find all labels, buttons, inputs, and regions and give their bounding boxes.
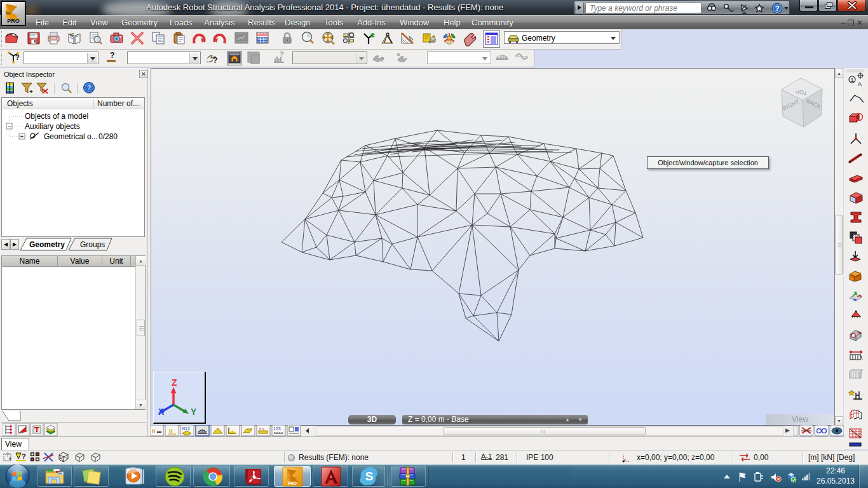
svg-text:N12: N12 — [182, 426, 190, 431]
svg-text:?: ? — [87, 84, 92, 92]
svg-text:?: ? — [22, 452, 26, 460]
svg-text:Geometry: Geometry — [29, 240, 65, 249]
svg-text:Y: Y — [191, 407, 197, 417]
svg-text:Z: Z — [172, 377, 177, 388]
svg-text:?: ? — [15, 53, 20, 61]
svg-text:?: ? — [110, 51, 114, 60]
svg-text:PRO: PRO — [288, 481, 297, 485]
svg-text:123: 123 — [273, 426, 281, 431]
svg-text:S: S — [365, 470, 374, 483]
svg-text:Groups: Groups — [80, 240, 105, 249]
svg-text:1: 1 — [851, 77, 854, 83]
svg-text:?: ? — [380, 56, 384, 64]
svg-text:?: ? — [280, 50, 284, 58]
svg-text:?: ? — [213, 56, 217, 65]
svg-text:n: n — [152, 428, 156, 434]
svg-text:n: n — [169, 428, 173, 434]
svg-text:A: A — [858, 81, 862, 87]
svg-text:?: ? — [775, 4, 780, 12]
svg-text:X: X — [158, 407, 165, 417]
